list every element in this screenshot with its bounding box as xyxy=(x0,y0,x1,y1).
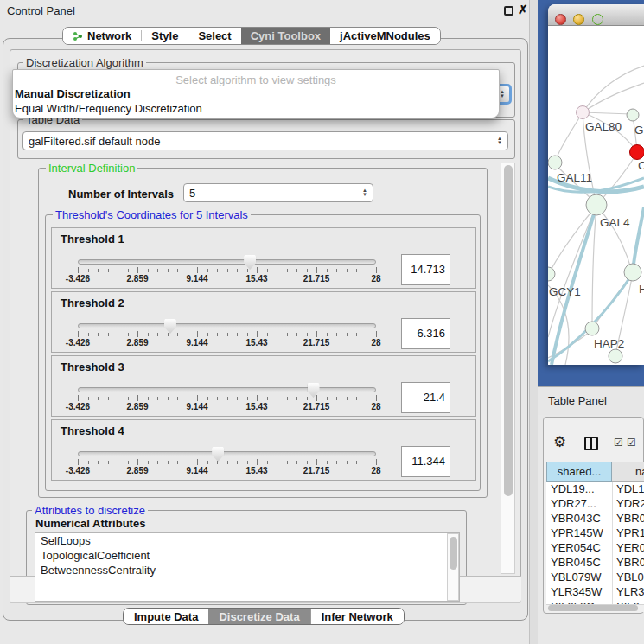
threshold-slider-track[interactable] xyxy=(78,387,376,392)
tick-mark xyxy=(207,461,208,464)
main-scrollbar[interactable] xyxy=(501,163,515,574)
tick-mark xyxy=(296,397,297,400)
tick-mark xyxy=(207,269,208,272)
tick-mark xyxy=(267,333,268,336)
tick-mark xyxy=(168,397,169,400)
network-node-node[interactable] xyxy=(609,349,622,363)
threshold-value-field[interactable]: 14.713 xyxy=(401,254,450,285)
tick-label: 15.43 xyxy=(238,274,276,284)
attributes-list-scrollbar[interactable] xyxy=(447,533,459,601)
table-row[interactable]: YBL079WYBL0 xyxy=(546,571,644,585)
network-edge[interactable] xyxy=(598,153,637,203)
network-node-GAL80[interactable] xyxy=(577,106,590,119)
table-row[interactable]: YDL19...YDL1 xyxy=(546,482,644,497)
network-edge[interactable] xyxy=(583,83,644,112)
table-hscrollbar-thumb[interactable] xyxy=(548,605,638,611)
tab-select[interactable]: Select xyxy=(188,28,240,44)
tab-jactivemnodules[interactable]: jActiveMNodules xyxy=(330,28,440,44)
network-node-H[interactable] xyxy=(624,264,641,281)
minimize-traffic-light-icon[interactable] xyxy=(573,14,584,25)
columns-icon[interactable] xyxy=(584,437,598,450)
cell-shared-name: YDR27... xyxy=(551,497,596,510)
network-edge[interactable] xyxy=(583,112,631,114)
threshold-value-field[interactable]: 21.4 xyxy=(401,382,450,413)
checkbox-icon[interactable]: ☑ xyxy=(614,437,623,449)
tab-network[interactable]: Network xyxy=(63,28,141,44)
tick-mark xyxy=(217,461,218,464)
network-edge[interactable] xyxy=(555,112,583,162)
tab-impute-data[interactable]: Impute Data xyxy=(124,609,208,624)
attributes-title: Attributes to discretize xyxy=(32,504,148,517)
cell-shared-name: YDL19... xyxy=(551,482,595,495)
number-of-intervals-combo[interactable]: 5 ▲▼ xyxy=(183,183,373,202)
main-scrollbar-thumb[interactable] xyxy=(504,165,513,496)
network-node-GAL4[interactable] xyxy=(586,194,607,215)
split-pane-divider[interactable] xyxy=(529,0,538,644)
tab-cyni-toolbox[interactable]: Cyni Toolbox xyxy=(241,28,330,44)
column-header-name[interactable]: na xyxy=(612,462,644,482)
tick-mark xyxy=(188,333,188,336)
threshold-slider-track[interactable] xyxy=(78,259,376,265)
threshold-slider-thumb[interactable] xyxy=(212,447,224,462)
tick-mark xyxy=(88,397,89,400)
close-traffic-light-icon[interactable] xyxy=(555,14,566,25)
tick-mark xyxy=(98,333,99,336)
attribute-list-item[interactable]: SelfLoops xyxy=(35,533,459,548)
numerical-attributes-list[interactable]: SelfLoopsTopologicalCoefficientBetweenne… xyxy=(35,532,460,602)
tick-mark xyxy=(137,267,138,273)
network-window-titlebar[interactable] xyxy=(548,4,644,26)
checkbox-icon[interactable]: ☑ xyxy=(627,437,636,449)
table-row[interactable]: YLR345WYLR3 xyxy=(546,585,644,600)
tick-mark xyxy=(157,333,158,336)
attributes-scrollbar-thumb[interactable] xyxy=(450,537,457,570)
node-label-GAL11: GAL11 xyxy=(557,171,592,184)
table-rows[interactable]: YDL19...YDL1YDR27...YDR2YBR043CYBR0YPR14… xyxy=(546,482,644,604)
network-edge[interactable] xyxy=(549,206,596,273)
tab-discretize-data[interactable]: Discretize Data xyxy=(208,609,309,624)
threshold-value-field[interactable]: 11.344 xyxy=(401,446,450,477)
threshold-value-field[interactable]: 6.316 xyxy=(401,318,450,349)
zoom-traffic-light-icon[interactable] xyxy=(592,14,603,25)
table-row[interactable]: YDR27...YDR2 xyxy=(546,497,644,512)
restore-icon[interactable] xyxy=(504,6,513,16)
table-row[interactable]: YPR145WYPR1 xyxy=(546,526,644,541)
network-canvas[interactable]: GAL80GCGAL11GAL4GCY1HHAP2 xyxy=(548,26,644,365)
tab-infer-network[interactable]: Infer Network xyxy=(311,609,404,624)
attribute-list-item[interactable]: BetweennessCentrality xyxy=(35,563,459,577)
table-row[interactable]: YBR043CYBR0 xyxy=(546,512,644,526)
threshold-slider-thumb[interactable] xyxy=(308,383,320,398)
tick-mark xyxy=(148,333,149,336)
gear-icon[interactable]: ⚙ xyxy=(553,433,566,451)
tick-mark xyxy=(108,269,109,272)
network-node-GAL11[interactable] xyxy=(548,156,562,169)
threshold-slider-track[interactable] xyxy=(78,451,376,456)
tick-mark xyxy=(98,397,99,400)
column-header-shared[interactable]: shared... xyxy=(546,462,612,482)
stepper-arrows-icon: ▲▼ xyxy=(362,188,367,197)
network-node-G[interactable] xyxy=(627,109,639,121)
threshold-slider-thumb[interactable] xyxy=(244,255,256,270)
table-data-combo[interactable]: galFiltered.sif default node ▲▼ xyxy=(22,131,508,150)
network-node-GCY1[interactable] xyxy=(548,267,555,281)
numerical-attributes-heading: Numerical Attributes xyxy=(35,517,145,530)
network-node-C[interactable] xyxy=(630,145,644,160)
table-row[interactable]: YER054CYER0 xyxy=(546,541,644,556)
threshold-slider-track[interactable] xyxy=(78,323,376,328)
network-edge[interactable] xyxy=(583,66,644,112)
table-row[interactable]: YBR045CYBR0 xyxy=(546,556,644,571)
network-node-HAP2[interactable] xyxy=(585,322,599,335)
close-icon[interactable]: ✗ xyxy=(518,3,528,16)
threshold-slider-thumb[interactable] xyxy=(164,319,176,334)
tick-label: 28 xyxy=(357,466,395,475)
tick-mark xyxy=(257,267,258,273)
tick-label: -3.426 xyxy=(59,338,97,348)
popup-option-equal-width-frequency[interactable]: Equal Width/Frequency Discretization xyxy=(15,102,202,115)
network-edge[interactable] xyxy=(592,206,596,328)
network-edge-highlighted[interactable] xyxy=(633,207,644,271)
popup-option-manual-discretization[interactable]: Manual Discretization xyxy=(15,87,131,100)
top-tab-bar: Network Style Select Cyni Toolbox jActiv… xyxy=(62,27,441,45)
tab-impute-data-label: Impute Data xyxy=(134,610,198,623)
attribute-list-item[interactable]: TopologicalCoefficient xyxy=(35,548,459,563)
table-panel-title: Table Panel xyxy=(548,394,607,407)
tab-style[interactable]: Style xyxy=(142,28,188,44)
